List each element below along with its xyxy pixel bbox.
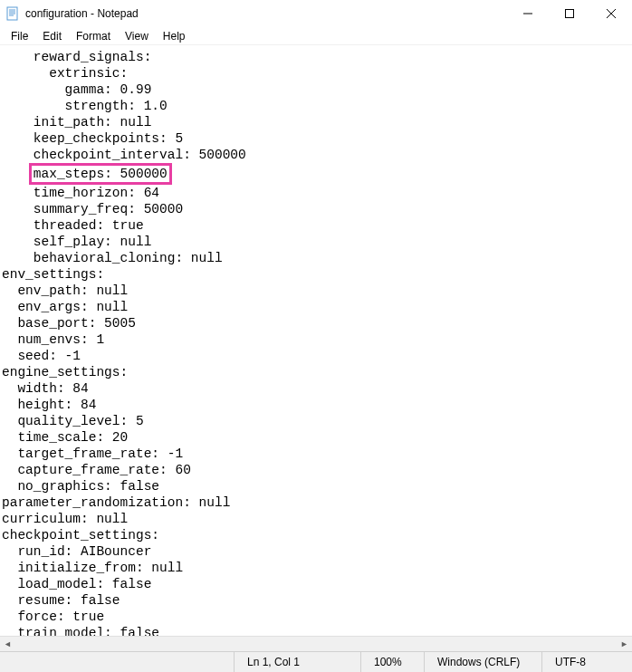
editor-line: time_horizon: 64 (2, 185, 630, 201)
editor-line: env_path: null (2, 283, 630, 299)
editor-line: capture_frame_rate: 60 (2, 462, 630, 478)
editor-line: train_model: false (2, 625, 630, 636)
text-editor[interactable]: reward_signals: extrinsic: gamma: 0.99 s… (0, 45, 632, 636)
editor-line: engine_settings: (2, 364, 630, 380)
editor-line: keep_checkpoints: 5 (2, 130, 630, 147)
editor-line: no_graphics: false (2, 478, 630, 494)
scroll-left-icon[interactable]: ◄ (0, 637, 15, 652)
editor-line: summary_freq: 50000 (2, 201, 630, 217)
menu-help[interactable]: Help (156, 28, 193, 44)
editor-line: height: 84 (2, 397, 630, 413)
editor-line: target_frame_rate: -1 (2, 446, 630, 462)
editor-line: time_scale: 20 (2, 429, 630, 446)
editor-line: load_model: false (2, 576, 630, 592)
editor-line: env_args: null (2, 299, 630, 315)
menu-edit[interactable]: Edit (35, 28, 69, 44)
editor-line: strength: 1.0 (2, 98, 630, 114)
maximize-button[interactable] (549, 0, 590, 27)
editor-line: run_id: AIBouncer (2, 543, 630, 560)
editor-line: parameter_randomization: null (2, 494, 630, 511)
editor-line: num_envs: 1 (2, 331, 630, 348)
titlebar: configuration - Notepad (0, 0, 632, 27)
horizontal-scrollbar[interactable]: ◄ ► (0, 636, 632, 651)
editor-line: self_play: null (2, 234, 630, 250)
scroll-right-icon[interactable]: ► (617, 637, 632, 652)
editor-line: base_port: 5005 (2, 315, 630, 331)
editor-line: checkpoint_interval: 500000 (2, 147, 630, 163)
window-title: configuration - Notepad (25, 7, 507, 20)
editor-line: threaded: true (2, 217, 630, 234)
menu-file[interactable]: File (4, 28, 35, 44)
editor-line: reward_signals: (2, 49, 630, 65)
editor-line: curriculum: null (2, 511, 630, 527)
editor-line: behavioral_cloning: null (2, 250, 630, 266)
menu-view[interactable]: View (118, 28, 156, 44)
status-zoom: 100% (360, 652, 424, 672)
editor-line: initialize_from: null (2, 560, 630, 576)
editor-line: max_steps: 500000 (2, 163, 630, 185)
editor-line: width: 84 (2, 380, 630, 397)
editor-line: env_settings: (2, 266, 630, 283)
editor-line: init_path: null (2, 114, 630, 130)
editor-line: gamma: 0.99 (2, 82, 630, 98)
menu-format[interactable]: Format (69, 28, 118, 44)
status-position: Ln 1, Col 1 (234, 652, 360, 672)
editor-line: checkpoint_settings: (2, 527, 630, 543)
minimize-button[interactable] (507, 0, 549, 27)
notepad-icon (5, 6, 20, 21)
highlighted-text: max_steps: 500000 (29, 163, 172, 185)
editor-line: extrinsic: (2, 65, 630, 82)
editor-line: force: true (2, 609, 630, 625)
window-controls (507, 0, 632, 27)
statusbar: Ln 1, Col 1 100% Windows (CRLF) UTF-8 (0, 651, 632, 672)
status-encoding: UTF-8 (541, 652, 632, 672)
editor-line: quality_level: 5 (2, 413, 630, 429)
editor-line: resume: false (2, 592, 630, 609)
editor-line: seed: -1 (2, 348, 630, 364)
menubar: File Edit Format View Help (0, 27, 632, 45)
status-eol: Windows (CRLF) (424, 652, 541, 672)
close-button[interactable] (590, 0, 632, 27)
status-empty (0, 652, 234, 672)
svg-rect-6 (566, 10, 574, 18)
